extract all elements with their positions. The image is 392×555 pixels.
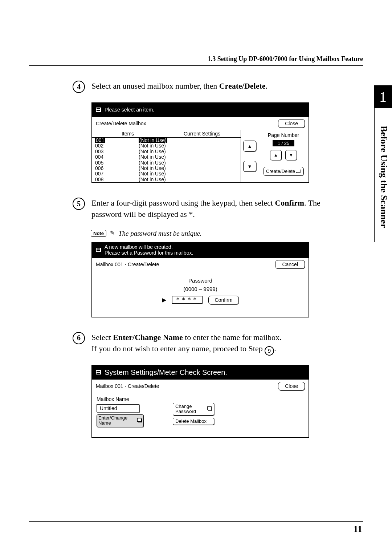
screen5-title: A new mailbox will be created. Please se… — [105, 244, 193, 256]
step6-text-mid: to enter the name for mailbox. — [183, 333, 282, 342]
step4-text-after: . — [266, 81, 268, 90]
row-status: (Not in Use) — [139, 143, 166, 149]
screen5-subtitle: Mailbox 001 - Create/Delete — [96, 262, 159, 267]
step-6: 6 Select Enter/Change Name to enter the … — [29, 332, 363, 356]
row-num: 007 — [95, 171, 103, 177]
printer-icon — [95, 369, 102, 375]
note-text: The password must be unique. — [118, 230, 202, 238]
screen6-subtitle: Mailbox 001 - Create/Delete — [96, 383, 159, 389]
screen-set-password: A new mailbox will be created. Please se… — [91, 242, 309, 317]
screen4-body: Items Current Settings 001(Not in Use) 0… — [92, 130, 309, 182]
change-password-button[interactable]: Change Password — [173, 403, 214, 416]
mailbox-row[interactable]: 002(Not in Use) — [92, 143, 241, 149]
popup-icon — [297, 170, 301, 173]
scroll-down-button[interactable]: ▼ — [243, 161, 256, 172]
step-text: Enter a four-digit password using the ke… — [91, 198, 324, 220]
screen4-subbar: Create/Delete Mailbox Close — [92, 116, 309, 130]
step6-line2-before: If you do not wish to enter any name, pr… — [91, 344, 265, 353]
row-status: (Not in Use) — [139, 171, 166, 177]
scroll-up-button[interactable]: ▲ — [243, 141, 256, 151]
close-button[interactable]: Close — [278, 382, 305, 390]
screen5-title-line1: A new mailbox will be created. — [105, 244, 173, 250]
create-delete-label: Create/Delete — [266, 169, 295, 174]
step6-text-bold: Enter/Change Name — [113, 333, 183, 342]
chapter-number: 1 — [374, 85, 392, 108]
screen4-subtitle: Create/Delete Mailbox — [96, 121, 146, 126]
page-next-button[interactable]: ▼ — [285, 150, 297, 160]
screen5-title-line2: Please set a Password for this mailbox. — [105, 250, 193, 256]
screen6-titlebar: System Settings/Meter Check Screen. — [92, 366, 309, 379]
current-settings-header: Current Settings — [163, 130, 241, 137]
row-num: 002 — [95, 143, 103, 149]
row-status: (Not in Use) — [139, 137, 167, 143]
chapter-tab: 1 Before Using the Scanner — [374, 85, 392, 242]
screen-create-delete-mailbox: Please select an item. Create/Delete Mai… — [91, 102, 309, 183]
mailbox-row[interactable]: 005(Not in Use) — [92, 160, 241, 166]
page-nav-column: Page Number 1 / 25 ▲ ▼ Create/Delete — [258, 130, 309, 182]
enter-change-name-button[interactable]: Enter/Change Name — [97, 414, 144, 427]
row-num: 008 — [95, 177, 103, 182]
step-ref-circle: 9 — [265, 346, 274, 356]
mailbox-row[interactable]: 007(Not in Use) — [92, 171, 241, 177]
step6-text-before: Select — [91, 333, 113, 342]
row-num: 006 — [95, 165, 103, 171]
password-range: (0000 – 9999) — [183, 286, 217, 292]
password-input[interactable]: **** — [172, 296, 203, 304]
mailbox-name-label: Mailbox Name — [97, 396, 144, 402]
step-4: 4 Select an unused mailbox number, then … — [29, 81, 363, 93]
page-number-label: Page Number — [268, 132, 299, 138]
step-number: 6 — [73, 332, 85, 344]
printer-icon — [95, 247, 102, 253]
mailbox-row[interactable]: 001(Not in Use) — [92, 138, 241, 143]
header-rule: 1.3 Setting Up DP-6000/7000 for Using Ma… — [29, 65, 363, 66]
row-num: 005 — [95, 160, 103, 166]
change-password-label: Change Password — [175, 404, 206, 414]
mailbox-name-value: Untitled — [97, 404, 139, 412]
step-5: 5 Enter a four-digit password using the … — [29, 198, 363, 220]
popup-icon — [138, 419, 142, 422]
page-prev-button[interactable]: ▲ — [270, 150, 282, 160]
step5-text-bold: Confirm — [275, 198, 304, 207]
step-number: 5 — [73, 198, 85, 210]
close-button[interactable]: Close — [278, 119, 305, 128]
footer-rule — [29, 521, 363, 522]
page-number: 11 — [353, 524, 362, 535]
mailbox-list: Items Current Settings 001(Not in Use) 0… — [92, 130, 241, 182]
mailbox-row[interactable]: 006(Not in Use) — [92, 166, 241, 171]
screen6-subbar: Mailbox 001 - Create/Delete Close — [92, 379, 309, 393]
printer-icon — [95, 107, 102, 113]
row-status: (Not in Use) — [139, 154, 166, 160]
row-num: 004 — [95, 154, 103, 160]
enter-change-label: Enter/Change Name — [98, 416, 136, 426]
pointer-icon: ▶ — [162, 296, 166, 303]
create-delete-button[interactable]: Create/Delete — [264, 167, 303, 176]
scroll-column: ▲ ▼ — [241, 130, 258, 182]
screen5-titlebar: A new mailbox will be created. Please se… — [92, 243, 309, 257]
row-num: 003 — [95, 149, 103, 154]
note-row: Note ✎ The password must be unique. — [91, 230, 363, 238]
step4-text-before: Select an unused mailbox number, then — [91, 81, 219, 90]
delete-mailbox-button[interactable]: Delete Mailbox — [173, 418, 214, 425]
mailbox-actions-column: Change Password Delete Mailbox — [173, 396, 214, 427]
page-counter: 1 / 25 — [273, 140, 295, 146]
cancel-button[interactable]: Cancel — [275, 260, 305, 269]
mailbox-row[interactable]: 003(Not in Use) — [92, 149, 241, 154]
screen6-body: Mailbox Name Untitled Enter/Change Name … — [92, 393, 309, 437]
screen-mailbox-settings: System Settings/Meter Check Screen. Mail… — [91, 365, 309, 438]
step4-text-bold: Create/Delete — [219, 81, 266, 90]
delete-mailbox-label: Delete Mailbox — [175, 419, 207, 424]
popup-icon — [208, 407, 212, 411]
mailbox-row[interactable]: 004(Not in Use) — [92, 154, 241, 160]
mailbox-row[interactable]: 008(Not in Use) — [92, 177, 241, 182]
note-badge: Note — [91, 230, 106, 237]
list-header: Items Current Settings — [92, 130, 241, 138]
screen4-title: Please select an item. — [105, 107, 154, 113]
screen5-body: Password (0000 – 9999) ▶ **** Confirm — [92, 271, 309, 317]
step-number: 4 — [73, 81, 85, 93]
row-status: (Not in Use) — [139, 160, 166, 166]
step-text: Select Enter/Change Name to enter the na… — [91, 332, 282, 356]
list-rows: 001(Not in Use) 002(Not in Use) 003(Not … — [92, 138, 241, 182]
confirm-button[interactable]: Confirm — [208, 296, 238, 304]
screen4-titlebar: Please select an item. — [92, 103, 309, 116]
row-status: (Not in Use) — [139, 149, 166, 154]
